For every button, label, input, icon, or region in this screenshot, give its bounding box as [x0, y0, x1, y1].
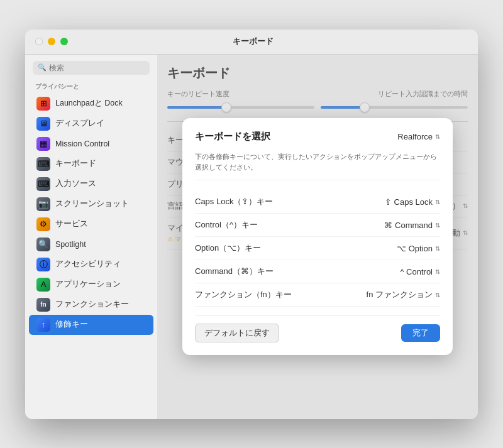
fn-value-container[interactable]: fn ファンクション ⇅ — [367, 289, 440, 300]
modifier-row-capslock: Caps Lock（⇪）キー ⇪ Caps Lock ⇅ — [195, 190, 440, 214]
system-preferences-window: キーボード 🔍 プライバシーと ⊞ Launchpadと Dock 🖥 ディスプ… — [25, 30, 478, 419]
modal-title: キーボードを選択 — [195, 131, 270, 143]
input-icon: ⌨ — [36, 177, 50, 191]
fnkey-icon: fn — [36, 298, 50, 312]
sidebar-item-label: Spotlight — [55, 240, 86, 249]
sidebar-item-mission[interactable]: ▦ Mission Control — [29, 134, 153, 154]
sidebar-item-services[interactable]: ⚙ サービス — [29, 214, 153, 234]
modifier-icon: ↑ — [36, 318, 50, 332]
control-value: ⌘ Command — [384, 221, 433, 230]
search-icon: 🔍 — [38, 63, 47, 72]
modal-overlay: キーボードを選択 Realforce ⇅ 下の各修飾キーについて、実行したいアク… — [157, 55, 478, 419]
capslock-label: Caps Lock（⇪）キー — [195, 196, 273, 207]
modifier-row-control: Control（^）キー ⌘ Command ⇅ — [195, 214, 440, 237]
sidebar-item-launchpad[interactable]: ⊞ Launchpadと Dock — [29, 94, 153, 114]
control-arrow: ⇅ — [435, 222, 440, 229]
sidebar-item-accessibility[interactable]: ⓘ アクセシビリティ — [29, 254, 153, 275]
fn-arrow: ⇅ — [435, 292, 440, 298]
sidebar-item-label: スクリーンショット — [55, 199, 129, 209]
sidebar-item-label: ファンクションキー — [55, 299, 129, 310]
fn-label: ファンクション（fn）キー — [195, 289, 292, 300]
sidebar-item-spotlight[interactable]: 🔍 Spotlight — [29, 234, 153, 254]
apps-icon: A — [36, 278, 50, 292]
modifier-row-fn: ファンクション（fn）キー fn ファンクション ⇅ — [195, 283, 440, 307]
spotlight-icon: 🔍 — [36, 238, 50, 251]
sidebar-item-label: 入力ソース — [55, 178, 96, 189]
keyboard-icon: ⌨ — [36, 157, 50, 171]
launchpad-icon: ⊞ — [36, 97, 50, 111]
sidebar-item-label: アプリケーション — [55, 279, 121, 290]
search-box[interactable]: 🔍 — [33, 61, 150, 75]
screenshot-icon: 📷 — [36, 197, 50, 211]
sidebar-item-screenshot[interactable]: 📷 スクリーンショット — [29, 194, 153, 214]
sidebar-item-label: ディスプレイ — [55, 118, 104, 129]
sidebar-item-fnkey[interactable]: fn ファンクションキー — [29, 295, 153, 315]
option-value-container[interactable]: ⌥ Option ⇅ — [397, 244, 440, 253]
modifier-row-option: Option（⌥）キー ⌥ Option ⇅ — [195, 237, 440, 260]
keyboard-select[interactable]: Realforce ⇅ — [397, 132, 440, 141]
sidebar-item-label: Mission Control — [55, 139, 109, 148]
window-title: キーボード — [38, 36, 468, 47]
title-bar: キーボード — [25, 30, 478, 55]
services-icon: ⚙ — [36, 217, 50, 231]
modal-description: 下の各修飾キーについて、実行したいアクションをポップアップメニューから選択してく… — [195, 151, 440, 180]
option-value: ⌥ Option — [397, 244, 433, 253]
main-panel: キーボード キーのリピート速度 リピート入力認識までの時間 — [157, 55, 478, 419]
control-value-container[interactable]: ⌘ Command ⇅ — [384, 221, 440, 230]
modifier-row-command: Command（⌘）キー ^ Control ⇅ — [195, 260, 440, 283]
sidebar-item-modifier[interactable]: ↑ 修飾キー — [29, 315, 153, 335]
modal-header: キーボードを選択 Realforce ⇅ — [195, 131, 440, 143]
command-value-container[interactable]: ^ Control ⇅ — [400, 267, 440, 276]
sidebar-item-label: キーボード — [55, 158, 96, 169]
capslock-value-container[interactable]: ⇪ Caps Lock ⇅ — [385, 197, 440, 207]
sidebar-item-display[interactable]: 🖥 ディスプレイ — [29, 114, 153, 134]
sidebar-item-label: Launchpadと Dock — [55, 98, 123, 109]
content-area: 🔍 プライバシーと ⊞ Launchpadと Dock 🖥 ディスプレイ ▦ M… — [25, 55, 478, 419]
option-label: Option（⌥）キー — [195, 243, 261, 254]
capslock-arrow: ⇅ — [435, 199, 440, 205]
sidebar-item-label: サービス — [55, 219, 88, 229]
capslock-value: ⇪ Caps Lock — [385, 197, 433, 207]
command-arrow: ⇅ — [435, 268, 440, 275]
default-button[interactable]: デフォルトに戻す — [195, 324, 279, 342]
accessibility-icon: ⓘ — [36, 258, 50, 271]
control-label: Control（^）キー — [195, 219, 258, 231]
fn-value: fn ファンクション — [367, 289, 433, 300]
ok-button[interactable]: 完了 — [401, 324, 440, 342]
option-arrow: ⇅ — [435, 245, 440, 252]
sidebar-item-label: アクセシビリティ — [55, 259, 121, 270]
modal-footer: デフォルトに戻す 完了 — [195, 315, 440, 342]
sidebar-item-keyboard[interactable]: ⌨ キーボード — [29, 154, 153, 174]
modal-dialog: キーボードを選択 Realforce ⇅ 下の各修飾キーについて、実行したいアク… — [182, 118, 453, 355]
command-label: Command（⌘）キー — [195, 266, 274, 277]
keyboard-select-arrow: ⇅ — [435, 133, 440, 140]
sidebar: 🔍 プライバシーと ⊞ Launchpadと Dock 🖥 ディスプレイ ▦ M… — [25, 55, 157, 419]
search-input[interactable] — [49, 63, 145, 72]
display-icon: 🖥 — [36, 117, 50, 131]
sidebar-section-label: プライバシーと — [25, 81, 157, 94]
command-value: ^ Control — [400, 267, 433, 276]
sidebar-item-apps[interactable]: A アプリケーション — [29, 275, 153, 295]
keyboard-select-value: Realforce — [397, 132, 433, 141]
sidebar-item-input[interactable]: ⌨ 入力ソース — [29, 174, 153, 194]
mission-icon: ▦ — [36, 137, 50, 151]
sidebar-item-label: 修飾キー — [55, 319, 88, 330]
